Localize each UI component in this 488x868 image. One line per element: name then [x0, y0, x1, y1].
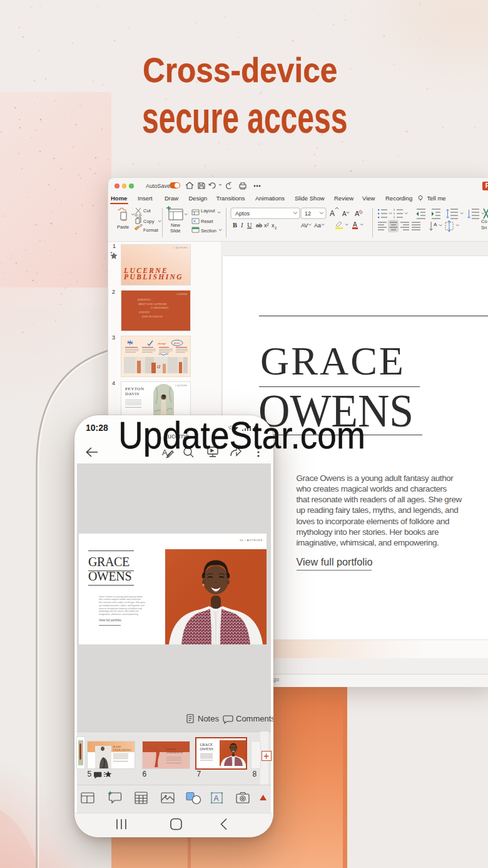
svg-text:Sn: Sn — [481, 225, 487, 230]
svg-text:2: 2 — [275, 226, 277, 230]
svg-text:Paste: Paste — [117, 224, 129, 230]
svg-text:Format: Format — [143, 227, 159, 233]
svg-text:x²: x² — [264, 222, 269, 229]
svg-text:goals: goals — [174, 341, 180, 344]
svg-text:Cut: Cut — [143, 208, 151, 214]
svg-text:Section: Section — [201, 228, 216, 234]
svg-text:A: A — [330, 209, 335, 218]
svg-text:A: A — [214, 794, 219, 803]
svg-text:AV: AV — [301, 222, 308, 229]
svg-text:I: I — [240, 222, 243, 229]
svg-text:A: A — [342, 210, 347, 217]
svg-text:Copy: Copy — [143, 219, 155, 224]
svg-text:Reset: Reset — [201, 219, 214, 224]
svg-text:change: change — [158, 342, 166, 345]
svg-text:Aptos: Aptos — [235, 210, 250, 217]
svg-text:a: a — [157, 362, 161, 369]
svg-text:Aa: Aa — [314, 222, 321, 229]
svg-text:U: U — [247, 222, 252, 229]
svg-text:Layout: Layout — [201, 208, 215, 214]
svg-text:Co: Co — [481, 219, 487, 224]
svg-text:Slide: Slide — [170, 228, 181, 234]
svg-text:ab: ab — [256, 222, 262, 229]
svg-text:A: A — [434, 222, 437, 227]
svg-text:B: B — [233, 222, 237, 229]
svg-text:New: New — [171, 222, 181, 228]
svg-text:12: 12 — [305, 210, 311, 217]
svg-text:A: A — [353, 221, 357, 228]
